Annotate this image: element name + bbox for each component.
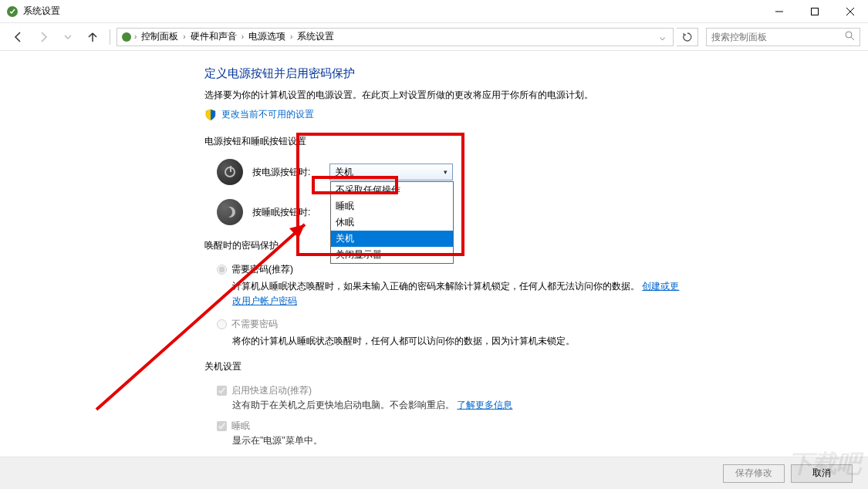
nav-separator (110, 29, 110, 45)
window-controls (762, 0, 868, 22)
app-icon (6, 5, 19, 18)
radio-norequire-label: 不需要密码 (231, 318, 278, 331)
svg-rect-2 (812, 8, 819, 15)
power-button-row: 按电源按钮时: 关机 ▾ 不采取任何操作 睡眠 休眠 关机 关闭显示器 (204, 159, 683, 185)
power-button-combo[interactable]: 关机 ▾ 不采取任何操作 睡眠 休眠 关机 关闭显示器 (329, 164, 453, 180)
radio-require (217, 265, 227, 275)
chevron-down-icon: ▾ (444, 168, 448, 176)
content-area: 定义电源按钮并启用密码保护 选择要为你的计算机设置的电源设置。在此页上对设置所做… (0, 51, 868, 457)
search-box[interactable] (706, 28, 860, 46)
dropdown-option-sleep[interactable]: 睡眠 (331, 198, 453, 214)
footer: 保存修改 取消 (0, 457, 868, 489)
navbar: › 控制面板 › 硬件和声音 › 电源选项 › 系统设置 ⌵ (0, 23, 868, 51)
window-title: 系统设置 (23, 5, 762, 18)
cb-sleep (217, 421, 227, 431)
learn-more-link[interactable]: 了解更多信息 (457, 400, 512, 410)
section-buttons-label: 电源按钮和睡眠按钮设置 (204, 135, 683, 148)
nav-up-button[interactable] (82, 26, 103, 48)
radio-norequire-desc: 将你的计算机从睡眠状态唤醒时，任何人都可以访问你的数据，因为计算机未锁定。 (232, 334, 683, 349)
titlebar: 系统设置 (0, 0, 868, 23)
radio-require-desc: 计算机从睡眠状态唤醒时，如果未输入正确的密码来解除计算机锁定，任何人都无法访问你… (232, 279, 683, 309)
chevron-right-icon: › (241, 32, 244, 41)
maximize-button[interactable] (797, 0, 833, 23)
change-unavailable-link[interactable]: 更改当前不可用的设置 (204, 108, 683, 121)
crumb-sub[interactable]: 电源选项 (245, 30, 289, 43)
save-button[interactable]: 保存修改 (723, 464, 785, 483)
cb-faststart-desc: 这有助于在关机之后更快地启动电脑。不会影响重启。 了解更多信息 (232, 399, 683, 412)
chevron-down-icon[interactable]: ⌵ (655, 32, 670, 42)
shield-icon (204, 109, 217, 121)
search-input[interactable] (711, 32, 844, 42)
nav-back-button[interactable] (8, 26, 29, 48)
section-shutdown-label: 关机设置 (204, 360, 683, 373)
watermark: 下载吧 (789, 447, 860, 481)
dropdown-option-noaction[interactable]: 不采取任何操作 (331, 182, 453, 198)
nav-recent-dropdown[interactable] (57, 26, 79, 48)
radio-norequire (217, 319, 227, 329)
dropdown-option-hibernate[interactable]: 休眠 (331, 214, 453, 231)
power-button-icon (217, 159, 243, 185)
change-unavailable-label: 更改当前不可用的设置 (221, 108, 314, 121)
power-button-label: 按电源按钮时: (252, 166, 329, 179)
chevron-right-icon: › (183, 32, 185, 41)
svg-point-6 (846, 32, 852, 38)
crumb-root[interactable]: 控制面板 (138, 30, 181, 43)
refresh-button[interactable] (677, 28, 698, 46)
power-combo-dropdown: 不采取任何操作 睡眠 休眠 关机 关闭显示器 (330, 181, 454, 264)
cb-faststart (217, 386, 227, 396)
radio-require-label: 需要密码(推荐) (231, 263, 293, 276)
dropdown-option-displayoff[interactable]: 关闭显示器 (331, 247, 453, 263)
nav-forward-button[interactable] (32, 26, 54, 48)
combo-value: 关机 (335, 166, 353, 179)
crumb-page[interactable]: 系统设置 (294, 30, 337, 43)
sleep-button-icon (217, 199, 243, 225)
svg-point-5 (122, 32, 131, 42)
search-icon (844, 30, 855, 43)
crumb-category[interactable]: 硬件和声音 (187, 30, 240, 43)
breadcrumb[interactable]: › 控制面板 › 硬件和声音 › 电源选项 › 系统设置 ⌵ (117, 28, 674, 46)
radio-norequire-row: 不需要密码 (217, 318, 683, 331)
dropdown-option-shutdown[interactable]: 关机 (331, 231, 453, 247)
control-panel-icon (120, 31, 133, 43)
cb-sleep-row: 睡眠 (217, 420, 683, 433)
svg-line-7 (851, 37, 854, 40)
page-description: 选择要为你的计算机设置的电源设置。在此页上对设置所做的更改将应用于你所有的电源计… (204, 89, 683, 102)
radio-require-row: 需要密码(推荐) (217, 263, 683, 276)
sleep-button-label: 按睡眠按钮时: (252, 206, 329, 219)
chevron-right-icon: › (134, 32, 137, 41)
cb-faststart-row: 启用快速启动(推荐) (217, 384, 683, 397)
cb-sleep-desc: 显示在"电源"菜单中。 (232, 434, 683, 447)
cb-faststart-label: 启用快速启动(推荐) (231, 384, 312, 397)
close-button[interactable] (833, 0, 868, 23)
chevron-right-icon: › (290, 32, 292, 41)
cb-sleep-label: 睡眠 (231, 420, 250, 433)
page-heading: 定义电源按钮并启用密码保护 (204, 66, 683, 81)
minimize-button[interactable] (762, 0, 797, 23)
